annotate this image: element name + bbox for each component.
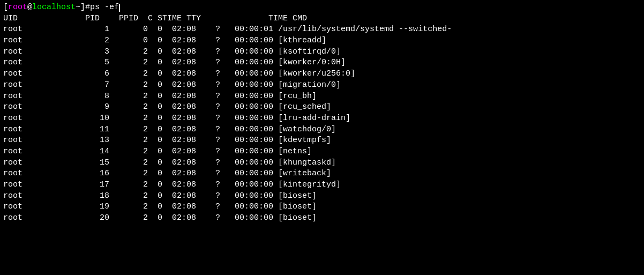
table-row: root 14 2 0 02:08 ? 00:00:00 [netns]: [3, 146, 641, 158]
table-row: root 13 2 0 02:08 ? 00:00:00 [kdevtmpfs]: [3, 135, 641, 146]
prompt-line: [root@localhost ~]# ps -ef: [3, 2, 641, 13]
table-row: root 8 2 0 02:08 ? 00:00:00 [rcu_bh]: [3, 91, 641, 102]
bracket-close: ]: [80, 2, 85, 13]
table-row: root 17 2 0 02:08 ? 00:00:00 [kintegrity…: [3, 180, 641, 191]
table-row: root 9 2 0 02:08 ? 00:00:00 [rcu_sched]: [3, 102, 641, 113]
table-row: root 16 2 0 02:08 ? 00:00:00 [writeback]: [3, 168, 641, 180]
process-list: root 1 0 0 02:08 ? 00:00:01 /usr/lib/sys…: [3, 24, 641, 224]
prompt-at: @: [27, 2, 32, 13]
terminal: [root@localhost ~]# ps -ef UID PID PPID …: [0, 0, 644, 275]
table-row: root 15 2 0 02:08 ? 00:00:00 [khungtaskd…: [3, 158, 641, 169]
cursor: [119, 4, 120, 12]
prompt-hash: #: [85, 2, 90, 13]
bracket-open: [: [3, 2, 8, 13]
prompt-host: localhost: [32, 2, 76, 13]
table-row: root 18 2 0 02:08 ? 00:00:00 [bioset]: [3, 191, 641, 202]
prompt-command: ps -ef: [90, 2, 119, 13]
table-row: root 5 2 0 02:08 ? 00:00:00 [kworker/0:0…: [3, 57, 641, 69]
ps-header: UID PID PPID C STIME TTY TIME CMD: [3, 13, 641, 25]
table-row: root 3 2 0 02:08 ? 00:00:00 [ksoftirqd/0…: [3, 47, 641, 58]
table-row: root 2 0 0 02:08 ? 00:00:00 [kthreadd]: [3, 35, 641, 47]
table-row: root 19 2 0 02:08 ? 00:00:00 [bioset]: [3, 202, 641, 213]
table-row: root 1 0 0 02:08 ? 00:00:01 /usr/lib/sys…: [3, 24, 641, 35]
table-row: root 10 2 0 02:08 ? 00:00:00 [lru-add-dr…: [3, 113, 641, 124]
table-row: root 20 2 0 02:08 ? 00:00:00 [bioset]: [3, 213, 641, 224]
prompt-dir: ~: [76, 2, 80, 13]
table-row: root 11 2 0 02:08 ? 00:00:00 [watchdog/0…: [3, 124, 641, 136]
table-row: root 6 2 0 02:08 ? 00:00:00 [kworker/u25…: [3, 69, 641, 80]
prompt-user: root: [8, 2, 27, 13]
table-row: root 7 2 0 02:08 ? 00:00:00 [migration/0…: [3, 80, 641, 91]
